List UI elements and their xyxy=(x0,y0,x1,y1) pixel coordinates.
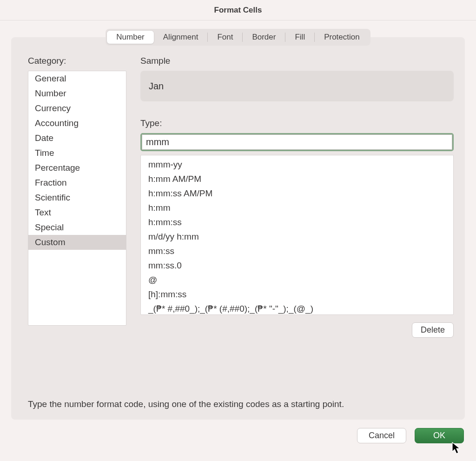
dialog-title: Format Cells xyxy=(214,6,262,15)
category-item-accounting[interactable]: Accounting xyxy=(28,116,126,131)
hint-text: Type the number format code, using one o… xyxy=(28,399,454,409)
type-label: Type: xyxy=(140,118,454,128)
format-item[interactable]: mm:ss.0 xyxy=(141,258,453,273)
tab-panel-number: Category: General Number Currency Accoun… xyxy=(11,37,465,420)
tab-alignment[interactable]: Alignment xyxy=(154,31,208,44)
category-item-currency[interactable]: Currency xyxy=(28,101,126,116)
tab-fill[interactable]: Fill xyxy=(285,31,314,44)
tab-protection[interactable]: Protection xyxy=(315,31,369,44)
category-item-time[interactable]: Time xyxy=(28,146,126,160)
format-item[interactable]: m/d/yy h:mm xyxy=(141,229,453,244)
category-item-custom[interactable]: Custom xyxy=(28,235,126,250)
category-item-text[interactable]: Text xyxy=(28,205,126,220)
sample-label: Sample xyxy=(140,56,454,66)
category-item-number[interactable]: Number xyxy=(28,86,126,101)
tab-font[interactable]: Font xyxy=(208,31,242,44)
format-item[interactable]: @ xyxy=(141,273,453,287)
sample-value: Jan xyxy=(149,81,164,92)
delete-button[interactable]: Delete xyxy=(412,322,454,338)
category-item-general[interactable]: General xyxy=(28,71,126,86)
tabbar-wrap: Number Alignment Font Border Fill Protec… xyxy=(0,20,476,46)
format-item[interactable]: _(₱* #,##0_);_(₱* (#,##0);_(₱* "-"_);_(@… xyxy=(141,301,453,315)
format-item[interactable]: h:mm AM/PM xyxy=(141,172,453,186)
category-item-special[interactable]: Special xyxy=(28,220,126,235)
category-item-percentage[interactable]: Percentage xyxy=(28,160,126,175)
format-item[interactable]: h:mm:ss AM/PM xyxy=(141,186,453,200)
tabbar: Number Alignment Font Border Fill Protec… xyxy=(106,29,370,46)
category-label: Category: xyxy=(28,56,126,66)
titlebar: Format Cells xyxy=(0,0,476,20)
tab-number[interactable]: Number xyxy=(107,31,153,44)
format-item[interactable]: [h]:mm:ss xyxy=(141,287,453,301)
format-list[interactable]: mmm-yy h:mm AM/PM h:mm:ss AM/PM h:mm h:m… xyxy=(140,155,454,315)
format-item[interactable]: mmm-yy xyxy=(141,157,453,172)
format-item[interactable]: mm:ss xyxy=(141,244,453,258)
type-input[interactable] xyxy=(142,134,452,150)
type-input-wrap xyxy=(140,133,454,151)
category-item-date[interactable]: Date xyxy=(28,131,126,146)
category-list[interactable]: General Number Currency Accounting Date … xyxy=(28,71,126,326)
cancel-button[interactable]: Cancel xyxy=(357,428,406,443)
format-item[interactable]: h:mm xyxy=(141,200,453,215)
category-item-scientific[interactable]: Scientific xyxy=(28,190,126,205)
format-item[interactable]: h:mm:ss xyxy=(141,215,453,229)
dialog-footer: Cancel OK xyxy=(0,420,476,443)
tab-border[interactable]: Border xyxy=(243,31,285,44)
sample-box: Jan xyxy=(140,71,454,101)
category-item-fraction[interactable]: Fraction xyxy=(28,175,126,190)
mouse-cursor-icon xyxy=(452,442,462,455)
ok-button[interactable]: OK xyxy=(415,428,464,443)
